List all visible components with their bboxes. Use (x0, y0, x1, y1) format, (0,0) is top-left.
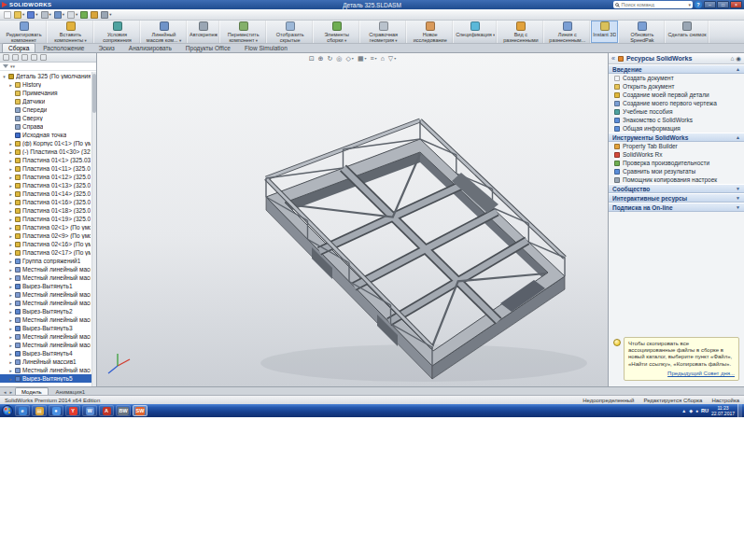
tree-item[interactable]: ▸ Местный линейный массив (0, 366, 96, 374)
taskpane-link[interactable]: Создать документ (609, 74, 744, 82)
expand-icon[interactable]: ▸ (8, 225, 13, 231)
tree-filter-bar[interactable]: ▾▾ (0, 63, 96, 71)
taskpane-link[interactable]: Создание моей первой детали (609, 91, 744, 99)
tree-item[interactable]: ▸ Пластина 01<18> (325.03.0 (0, 206, 96, 215)
model-tab[interactable]: Анимация1 (49, 387, 92, 395)
expand-icon[interactable]: ▸ (8, 242, 13, 247)
taskpane-link[interactable]: SolidWorks Rx (609, 150, 744, 159)
word-icon[interactable]: W (82, 405, 97, 416)
expand-icon[interactable]: ▸ (8, 141, 13, 147)
acrobat-icon[interactable]: A (99, 405, 114, 416)
tree-item[interactable]: ▸ Пластина 02<1> (По умолч (0, 223, 96, 231)
tree-item[interactable]: ▸ Местный линейный массив (0, 273, 96, 282)
taskpane-link[interactable]: Сравнить мои результаты (609, 167, 744, 175)
undo-icon[interactable] (54, 11, 64, 19)
solidworks-taskbar-icon[interactable]: SW (133, 405, 147, 416)
save-icon[interactable] (27, 11, 37, 19)
maximize-button[interactable]: □ (717, 1, 729, 8)
chrome-icon[interactable]: ● (49, 405, 63, 416)
expand-icon[interactable]: ▸ (8, 351, 13, 357)
expand-icon[interactable]: ▸ (8, 359, 13, 365)
exploded-view-button[interactable]: Вид с разнесенными частями (498, 21, 544, 43)
tree-item[interactable]: ▸ Пластина 01<16> (325.03.0 (0, 198, 96, 206)
expand-icon[interactable]: ▾ (2, 74, 7, 79)
show-hidden-components-button[interactable]: Отобразить скрытые компоненты (267, 21, 314, 43)
search-dropdown-icon[interactable]: ▾ (688, 2, 691, 7)
tree-item[interactable]: ▸ Вырез-Вытянуть3 (0, 324, 96, 332)
tree-item[interactable]: Датчики (0, 97, 96, 105)
collapsed-section-header[interactable]: Подписка на On-line ▼ (609, 203, 744, 212)
expand-icon[interactable]: ▸ (8, 301, 13, 306)
tree-item[interactable]: Справа (0, 122, 96, 131)
select-icon[interactable] (67, 11, 77, 19)
tree-item[interactable]: ▸ Вырез-Вытянуть5 (0, 374, 96, 383)
model-3d-frame[interactable] (97, 53, 608, 386)
new-motion-study-button[interactable]: Новое исследование движения (407, 21, 454, 43)
taskpane-link[interactable]: Открыть документ (609, 82, 744, 91)
mate-button[interactable]: Условия сопряжения (94, 21, 141, 43)
configurationmanager-tab[interactable] (21, 54, 28, 61)
tree-item[interactable]: ▸ Пластина 01<13> (325.03.0 (0, 181, 96, 189)
command-tab[interactable]: Анализировать (122, 43, 178, 52)
dimxpertmanager-tab[interactable] (31, 54, 37, 61)
expand-icon[interactable]: ▸ (8, 292, 13, 298)
show-desktop-button[interactable] (737, 404, 742, 417)
taskpane-link[interactable]: Помощник копирования настроек (609, 175, 744, 184)
expand-icon[interactable]: ▸ (8, 334, 13, 340)
expand-icon[interactable]: ▸ (8, 250, 13, 256)
tree-item[interactable]: ▸ Пластина 02<16> (По умол (0, 240, 96, 248)
collapsed-section-header[interactable]: Сообщество ▼ (609, 184, 744, 193)
expand-icon[interactable]: ▸ (8, 309, 13, 315)
tree-item[interactable]: ▸ (-) Пластина 01<30> (325.03 (0, 147, 96, 156)
expand-icon[interactable]: ▸ (8, 368, 13, 373)
expand-icon[interactable]: ▸ (8, 284, 13, 289)
command-tab[interactable]: Расположение (36, 43, 91, 52)
explode-line-sketch-button[interactable]: Линия с разнесенным... (544, 21, 591, 43)
expand-icon[interactable]: ▸ (8, 317, 13, 323)
previous-tip-link[interactable]: Предыдущий Совет дня... (628, 371, 735, 377)
model-tab[interactable]: Модель (15, 387, 49, 395)
bill-of-materials-button[interactable]: Спецификация (454, 21, 498, 43)
tray-network-icon[interactable]: ◆ (689, 408, 693, 413)
tab-scroll-right[interactable]: ▸ (8, 389, 15, 395)
expand-icon[interactable]: ▸ (8, 267, 13, 273)
tree-item[interactable]: ▸ Местный линейный массив (0, 341, 96, 349)
expand-icon[interactable]: ▸ (8, 166, 13, 172)
close-button[interactable]: × (730, 1, 742, 8)
rebuild-icon[interactable] (80, 11, 88, 19)
expand-icon[interactable]: ▸ (8, 233, 13, 239)
taskpane-link[interactable]: Проверка производительности (609, 159, 744, 167)
section-getting-started[interactable]: Введение ▲ (609, 64, 744, 74)
tree-item[interactable]: ▸ Вырез-Вытянуть2 (0, 307, 96, 315)
tree-item[interactable]: ▸ Пластина 02<17> (По умол (0, 248, 96, 257)
tray-volume-icon[interactable]: ● (695, 408, 698, 413)
options-icon[interactable] (101, 11, 111, 19)
open-icon[interactable] (14, 11, 24, 19)
expand-icon[interactable]: ▸ (8, 191, 13, 197)
new-document-icon[interactable] (4, 11, 11, 19)
start-button[interactable] (2, 405, 13, 416)
command-search[interactable]: ▾ (613, 1, 693, 8)
collapsed-section-header[interactable]: Интерактивные ресурсы ▼ (609, 193, 744, 203)
tree-item[interactable]: ▸ Местный линейный массив (0, 315, 96, 324)
expand-icon[interactable]: ▸ (8, 259, 13, 264)
print-icon[interactable] (41, 11, 51, 19)
move-component-button[interactable]: Переместить компонент (220, 21, 267, 43)
tree-item[interactable]: Примечания (0, 89, 96, 97)
tray-overflow-icon[interactable]: ▲ (681, 408, 686, 413)
tree-item[interactable]: ▸ Местный линейный массив (0, 265, 96, 273)
collapse-taskpane-button[interactable]: « (611, 55, 615, 62)
update-speedpak-button[interactable]: Обновить SpeedPak (619, 21, 666, 43)
tree-item[interactable]: Спереди (0, 105, 96, 114)
pin-icon[interactable]: ◉ (736, 55, 741, 63)
expand-icon[interactable]: ▸ (8, 183, 13, 189)
section-solidworks-tools[interactable]: Инструменты SolidWorks ▲ (609, 133, 744, 142)
expand-icon[interactable]: ▸ (8, 343, 13, 348)
tree-item[interactable]: Сверху (0, 114, 96, 122)
windows-explorer-icon[interactable]: ▤ (32, 405, 47, 416)
tree-scrollbar-thumb[interactable] (92, 74, 96, 113)
command-tab[interactable]: Продукты Office (179, 43, 237, 52)
home-icon[interactable]: ⌂ (730, 55, 734, 63)
tree-item[interactable]: ▸ Вырез-Вытянуть1 (0, 282, 96, 290)
taskpane-link[interactable]: Property Tab Builder (609, 142, 744, 150)
